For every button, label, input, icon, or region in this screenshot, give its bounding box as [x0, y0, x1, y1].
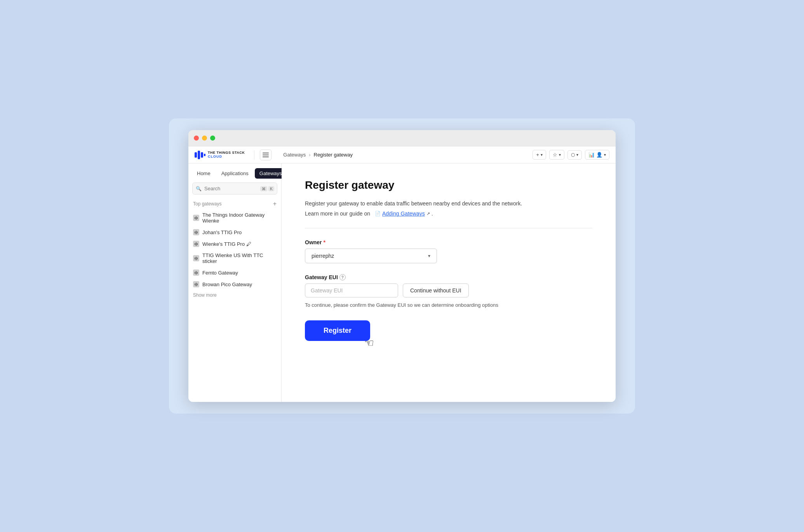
- svg-rect-24: [197, 283, 198, 285]
- titlebar: [188, 130, 616, 146]
- gateway-icon: [193, 229, 199, 235]
- svg-rect-8: [196, 216, 197, 220]
- add-gateway-icon[interactable]: +: [273, 201, 277, 207]
- logo: THE THINGS STACK CLOUD: [195, 151, 245, 159]
- svg-rect-9: [197, 217, 198, 219]
- tab-applications[interactable]: Applications: [217, 168, 253, 179]
- svg-rect-11: [196, 231, 197, 234]
- list-item[interactable]: The Things Indoor Gateway Wienke: [188, 209, 281, 226]
- page-description: Register your gateway to enable data tra…: [305, 199, 592, 208]
- svg-rect-17: [196, 257, 197, 260]
- svg-rect-16: [195, 257, 195, 259]
- list-item[interactable]: Johan's TTIG Pro: [188, 226, 281, 238]
- required-indicator: *: [324, 239, 325, 245]
- user-icon: 👤: [596, 152, 602, 158]
- star-chevron-icon: ▾: [559, 153, 561, 157]
- register-button-area: Register ☞: [305, 320, 370, 341]
- close-button[interactable]: [194, 136, 199, 141]
- share-icon: ⬡: [571, 152, 575, 158]
- svg-rect-10: [195, 231, 195, 233]
- chart-icon: 📊: [588, 152, 595, 158]
- search-keyboard-shortcuts: ⌘ K: [260, 186, 274, 191]
- show-more-link[interactable]: Show more: [188, 290, 281, 300]
- list-item[interactable]: Wienke's TTIG Pro 🖊: [188, 238, 281, 250]
- eui-help-icon[interactable]: ?: [339, 274, 346, 280]
- main-layout: Home Applications Gateways 🔍 ⌘ K Top gat…: [188, 163, 616, 402]
- gateway-icon: [193, 269, 199, 276]
- svg-rect-13: [195, 243, 195, 245]
- svg-rect-1: [198, 151, 200, 159]
- svg-rect-19: [195, 272, 195, 274]
- svg-rect-2: [201, 152, 203, 158]
- svg-rect-20: [196, 271, 197, 275]
- svg-rect-4: [263, 153, 269, 153]
- eui-note: To continue, please confirm the Gateway …: [305, 302, 592, 308]
- adding-gateways-link[interactable]: Adding Gateways: [382, 210, 425, 217]
- svg-rect-15: [197, 243, 198, 245]
- svg-rect-6: [263, 156, 269, 157]
- svg-rect-22: [195, 283, 195, 285]
- owner-value: pierrephz: [312, 253, 334, 259]
- eui-label: Gateway EUI ?: [305, 274, 592, 280]
- register-button[interactable]: Register: [305, 320, 370, 341]
- gateway-icon: [193, 215, 199, 221]
- gateway-name: Browan Pico Gateway: [202, 282, 252, 287]
- owner-select[interactable]: pierrephz ▾: [305, 249, 437, 263]
- desktop: THE THINGS STACK CLOUD Gateways › Regist…: [169, 118, 635, 414]
- eui-section: Gateway EUI ? Continue without EUI To co…: [305, 274, 592, 308]
- list-item[interactable]: Femto Gateway: [188, 267, 281, 278]
- gateway-name: Femto Gateway: [202, 270, 238, 276]
- gateway-name: The Things Indoor Gateway Wienke: [202, 212, 277, 224]
- search-icon: 🔍: [196, 186, 202, 191]
- search-kbd-k: K: [268, 186, 274, 191]
- chart-button[interactable]: 📊 👤 ▾: [585, 150, 609, 160]
- gateway-eui-input[interactable]: [305, 283, 398, 297]
- favorites-button[interactable]: ☆ ▾: [549, 150, 564, 160]
- owner-section: Owner * pierrephz ▾: [305, 239, 592, 263]
- svg-rect-18: [197, 257, 198, 259]
- application-window: THE THINGS STACK CLOUD Gateways › Regist…: [188, 130, 616, 402]
- breadcrumb: Gateways › Register gateway: [275, 152, 529, 158]
- page-title: Register gateway: [305, 179, 592, 191]
- owner-label: Owner *: [305, 239, 592, 245]
- star-icon: ☆: [553, 152, 557, 158]
- breadcrumb-current: Register gateway: [314, 152, 353, 158]
- svg-rect-12: [197, 231, 198, 233]
- hamburger-icon: [263, 153, 269, 157]
- svg-rect-0: [195, 152, 197, 158]
- add-chevron-icon: ▾: [541, 153, 543, 157]
- maximize-button[interactable]: [210, 136, 215, 141]
- user-chevron-icon: ▾: [604, 153, 606, 157]
- navbar-actions: + ▾ ☆ ▾ ⬡ ▾ 📊 👤 ▾: [533, 150, 609, 160]
- gateway-icon: [193, 241, 199, 247]
- main-content: Register gateway Register your gateway t…: [282, 163, 616, 402]
- plus-icon: +: [536, 152, 539, 158]
- breadcrumb-separator: ›: [309, 152, 310, 158]
- sidebar-tabs: Home Applications Gateways: [188, 168, 281, 183]
- sidebar-toggle-button[interactable]: [260, 150, 271, 160]
- continue-without-eui-button[interactable]: Continue without EUI: [403, 283, 469, 297]
- gateway-icon: [193, 281, 199, 287]
- sidebar-search-container: 🔍 ⌘ K: [192, 183, 277, 195]
- navbar: THE THINGS STACK CLOUD Gateways › Regist…: [188, 146, 616, 163]
- share-button[interactable]: ⬡ ▾: [567, 150, 582, 160]
- top-gateways-section: Top gateways +: [188, 199, 281, 209]
- list-item[interactable]: Browan Pico Gateway: [188, 278, 281, 290]
- svg-rect-14: [196, 242, 197, 246]
- chevron-down-icon: ▾: [428, 253, 430, 259]
- eui-input-row: Continue without EUI: [305, 283, 592, 297]
- share-chevron-icon: ▾: [576, 153, 578, 157]
- external-link-icon: ↗: [426, 211, 430, 216]
- svg-rect-7: [195, 217, 195, 219]
- section-title: Top gateways: [193, 201, 221, 207]
- gateway-icon: [193, 255, 199, 261]
- tab-home[interactable]: Home: [192, 168, 215, 179]
- minimize-button[interactable]: [202, 136, 207, 141]
- breadcrumb-gateways[interactable]: Gateways: [283, 152, 306, 158]
- guide-description: Learn more in our guide on 📄 Adding Gate…: [305, 210, 433, 217]
- add-button[interactable]: + ▾: [533, 150, 546, 160]
- svg-rect-3: [204, 154, 205, 156]
- logo-text: THE THINGS STACK CLOUD: [208, 151, 245, 159]
- list-item[interactable]: TTIG Wienke US With TTC sticker: [188, 250, 281, 267]
- window-buttons: [194, 136, 215, 141]
